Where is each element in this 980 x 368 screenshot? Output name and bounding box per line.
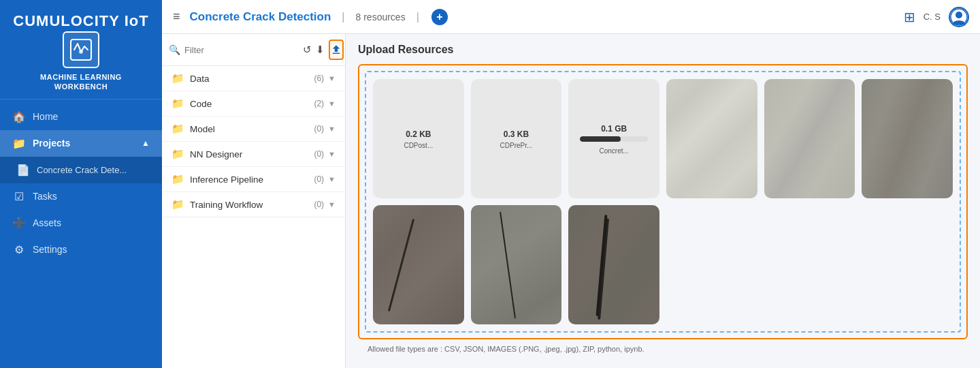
sidebar-item-assets-label: Assets bbox=[33, 217, 61, 228]
content-wrapper: 🔍 ↺ ⬇ 📁 Data (6) ▼ 📁 Code (2) bbox=[162, 34, 980, 368]
folder-training-workflow[interactable]: 📁 Training Workflow (0) ▼ bbox=[162, 192, 345, 217]
refresh-button[interactable]: ↺ bbox=[303, 40, 312, 60]
thumb-concrete-3[interactable] bbox=[862, 79, 953, 198]
thumb-CDPrePr-size: 0.3 KB bbox=[504, 129, 529, 139]
search-icon: 🔍 bbox=[169, 44, 180, 55]
folder-data-icon: 📁 bbox=[172, 72, 184, 85]
thumb-Concret[interactable]: 0.1 GB Concret... bbox=[568, 79, 659, 198]
folder-code[interactable]: 📁 Code (2) ▼ bbox=[162, 91, 345, 117]
user-initials: C. S bbox=[924, 12, 941, 22]
folder-model-count: (0) bbox=[314, 124, 324, 134]
folder-training-label: Training Workflow bbox=[190, 200, 314, 210]
upload-title: Upload Resources bbox=[358, 44, 968, 56]
sidebar-item-home[interactable]: 🏠 Home bbox=[0, 104, 162, 130]
concrete-crack-icon: 📄 bbox=[16, 164, 30, 177]
topbar-right: ⊞ C. S bbox=[904, 7, 969, 27]
sidebar-item-settings[interactable]: ⚙ Settings bbox=[0, 236, 162, 263]
assets-icon: ➕ bbox=[12, 217, 26, 230]
brand-logo-text: CUMULOCITY IoT bbox=[13, 10, 148, 31]
thumb-Concret-name: Concret... bbox=[571, 147, 657, 155]
sidebar-item-assets[interactable]: ➕ Assets bbox=[0, 210, 162, 236]
file-tree-toolbar: 🔍 ↺ ⬇ bbox=[162, 34, 345, 66]
thumbnails-grid: 0.2 KB CDPost... 0.3 KB CDPrePr... 0.1 G… bbox=[373, 79, 953, 324]
folder-code-count: (2) bbox=[314, 99, 324, 108]
thumb-CDPost-size: 0.2 KB bbox=[406, 129, 431, 139]
upload-button[interactable] bbox=[329, 40, 344, 60]
add-resource-button[interactable]: + bbox=[431, 9, 448, 25]
download-button[interactable]: ⬇ bbox=[316, 40, 325, 60]
folder-inference-arrow: ▼ bbox=[328, 175, 336, 183]
main-area: ≡ Concrete Crack Detection | 8 resources… bbox=[162, 0, 980, 368]
sidebar-item-tasks-label: Tasks bbox=[33, 191, 57, 202]
folder-code-icon: 📁 bbox=[172, 97, 184, 110]
folder-training-arrow: ▼ bbox=[328, 200, 336, 209]
filter-input[interactable] bbox=[184, 45, 299, 55]
folder-model[interactable]: 📁 Model (0) ▼ bbox=[162, 117, 345, 142]
folder-data-label: Data bbox=[190, 74, 314, 84]
thumb-concrete-1[interactable] bbox=[666, 79, 757, 198]
tasks-icon: ☑ bbox=[12, 190, 26, 203]
workbench-label: MACHINE LEARNINGWORKBENCH bbox=[40, 72, 122, 92]
upload-panel: Upload Resources 0.2 KB CDPost... 0.3 KB… bbox=[346, 34, 980, 368]
thumb-crack-2[interactable] bbox=[471, 205, 562, 324]
drop-zone[interactable]: 0.2 KB CDPost... 0.3 KB CDPrePr... 0.1 G… bbox=[365, 71, 961, 333]
folder-training-icon: 📁 bbox=[172, 198, 184, 211]
folder-inference-count: (0) bbox=[314, 174, 324, 184]
page-title: Concrete Crack Detection bbox=[190, 10, 331, 24]
sidebar-item-concrete-label: Concrete Crack Dete... bbox=[37, 165, 127, 175]
sidebar-item-home-label: Home bbox=[33, 111, 58, 122]
folder-nn-arrow: ▼ bbox=[328, 150, 336, 158]
home-icon: 🏠 bbox=[12, 110, 26, 123]
topbar: ≡ Concrete Crack Detection | 8 resources… bbox=[162, 0, 980, 34]
brand-header: CUMULOCITY IoT MACHINE LEARNINGWORKBENCH bbox=[0, 0, 162, 99]
thumb-concrete-2[interactable] bbox=[764, 79, 855, 198]
brand-icon bbox=[63, 31, 99, 68]
thumb-CDPost[interactable]: 0.2 KB CDPost... bbox=[373, 79, 464, 198]
grid-icon[interactable]: ⊞ bbox=[904, 9, 915, 25]
sidebar-item-concrete-crack[interactable]: 📄 Concrete Crack Dete... bbox=[0, 157, 162, 183]
projects-icon: 📁 bbox=[12, 137, 26, 150]
thumb-progress-bar-container bbox=[580, 136, 649, 142]
upload-drop-area[interactable]: 0.2 KB CDPost... 0.3 KB CDPrePr... 0.1 G… bbox=[358, 64, 968, 339]
folder-model-label: Model bbox=[190, 124, 314, 134]
folder-data[interactable]: 📁 Data (6) ▼ bbox=[162, 66, 345, 91]
avatar[interactable] bbox=[949, 7, 969, 27]
allowed-filetypes: Allowed file types are : CSV, JSON, IMAG… bbox=[358, 339, 968, 358]
thumb-Concret-size: 0.1 GB bbox=[601, 124, 627, 134]
svg-point-3 bbox=[956, 12, 962, 18]
menu-icon[interactable]: ≡ bbox=[173, 10, 180, 24]
folder-data-arrow: ▼ bbox=[328, 74, 336, 82]
folder-data-count: (6) bbox=[314, 74, 324, 83]
sidebar: CUMULOCITY IoT MACHINE LEARNINGWORKBENCH… bbox=[0, 0, 162, 368]
folder-model-arrow: ▼ bbox=[328, 125, 336, 133]
settings-icon: ⚙ bbox=[12, 243, 26, 256]
thumb-CDPost-name: CDPost... bbox=[376, 142, 461, 149]
folder-inference-icon: 📁 bbox=[172, 173, 184, 185]
folder-nn-count: (0) bbox=[314, 149, 324, 159]
thumb-CDPrePr[interactable]: 0.3 KB CDPrePr... bbox=[471, 79, 562, 198]
projects-arrow: ▲ bbox=[142, 138, 150, 148]
thumb-crack-1[interactable] bbox=[373, 205, 464, 324]
folder-nn-designer[interactable]: 📁 NN Designer (0) ▼ bbox=[162, 142, 345, 167]
thumb-CDPrePr-name: CDPrePr... bbox=[474, 142, 559, 149]
folder-nn-label: NN Designer bbox=[190, 149, 314, 159]
sidebar-nav: 🏠 Home 📁 Projects ▲ 📄 Concrete Crack Det… bbox=[0, 99, 162, 368]
sidebar-item-settings-label: Settings bbox=[33, 244, 67, 255]
folder-model-icon: 📁 bbox=[172, 123, 184, 135]
folder-inference-label: Inference Pipeline bbox=[190, 174, 314, 185]
folder-code-label: Code bbox=[190, 99, 314, 109]
thumb-progress-bar bbox=[580, 136, 621, 142]
svg-point-1 bbox=[79, 50, 83, 54]
folder-code-arrow: ▼ bbox=[328, 99, 336, 108]
sidebar-item-projects[interactable]: 📁 Projects ▲ bbox=[0, 130, 162, 157]
resources-count: 8 resources bbox=[356, 12, 406, 22]
folder-inference-pipeline[interactable]: 📁 Inference Pipeline (0) ▼ bbox=[162, 167, 345, 192]
thumb-crack-3[interactable] bbox=[568, 205, 659, 324]
folder-training-count: (0) bbox=[314, 200, 324, 209]
sidebar-item-tasks[interactable]: ☑ Tasks bbox=[0, 183, 162, 210]
folder-nn-icon: 📁 bbox=[172, 148, 184, 160]
file-tree-panel: 🔍 ↺ ⬇ 📁 Data (6) ▼ 📁 Code (2) bbox=[162, 34, 346, 368]
sidebar-item-projects-label: Projects bbox=[33, 138, 70, 149]
